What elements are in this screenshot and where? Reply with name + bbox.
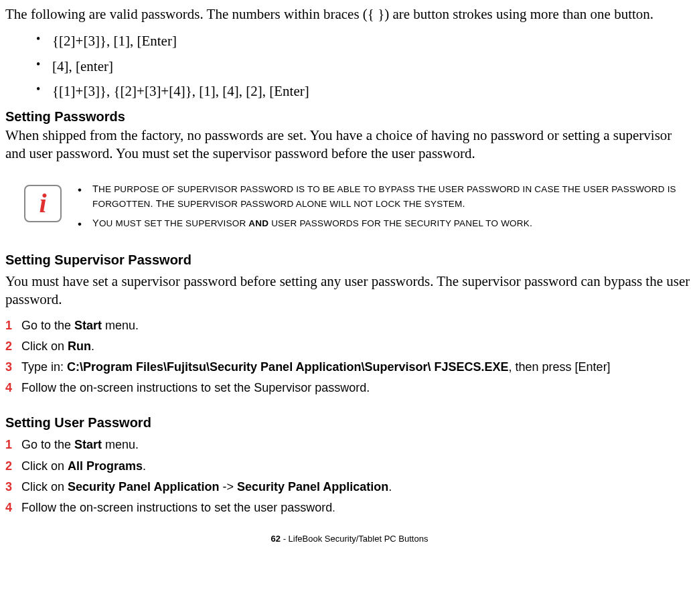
step-item: Click on Security Panel Application -> S… bbox=[5, 477, 694, 498]
info-note: YOU MUST SET THE SUPERVISOR AND USER PAS… bbox=[92, 216, 687, 231]
example-item: {[2]+[3]}, [1], [Enter] bbox=[50, 29, 694, 54]
password-examples-list: {[2]+[3]}, [1], [Enter] [4], [enter] {[1… bbox=[5, 29, 694, 104]
step-item: Follow the on-screen instructions to set… bbox=[5, 498, 694, 519]
intro-paragraph: The following are valid passwords. The n… bbox=[5, 5, 694, 23]
setting-passwords-body: When shipped from the factory, no passwo… bbox=[5, 127, 694, 163]
setting-passwords-heading: Setting Passwords bbox=[5, 108, 694, 125]
step-item: Go to the Start menu. bbox=[5, 316, 694, 337]
example-item: [4], [enter] bbox=[50, 54, 694, 79]
step-item: Click on All Programs. bbox=[5, 457, 694, 477]
setting-supervisor-body: You must have set a supervisor password … bbox=[5, 273, 694, 309]
setting-user-heading: Setting User Password bbox=[5, 414, 694, 431]
step-item: Type in: C:\Program Files\Fujitsu\Securi… bbox=[5, 358, 694, 378]
info-icon: i bbox=[24, 185, 62, 222]
step-item: Go to the Start menu. bbox=[5, 435, 694, 456]
example-item: {[1]+[3]}, {[2]+[3]+[4]}, [1], [4], [2],… bbox=[50, 79, 694, 104]
user-steps: Go to the Start menu. Click on All Progr… bbox=[5, 435, 694, 519]
page-footer: 62 - LifeBook Security/Tablet PC Buttons bbox=[5, 534, 694, 545]
footer-text: - LifeBook Security/Tablet PC Buttons bbox=[281, 534, 428, 544]
step-item: Follow the on-screen instructions to set… bbox=[5, 378, 694, 399]
info-notes-list: THE PURPOSE OF SUPERVISOR PASSWORD IS TO… bbox=[78, 182, 694, 236]
setting-supervisor-heading: Setting Supervisor Password bbox=[5, 251, 694, 268]
supervisor-steps: Go to the Start menu. Click on Run. Type… bbox=[5, 316, 694, 400]
info-note-box: i THE PURPOSE OF SUPERVISOR PASSWORD IS … bbox=[5, 182, 694, 236]
page-number: 62 bbox=[271, 534, 281, 544]
step-item: Click on Run. bbox=[5, 337, 694, 358]
info-note: THE PURPOSE OF SUPERVISOR PASSWORD IS TO… bbox=[92, 182, 687, 212]
